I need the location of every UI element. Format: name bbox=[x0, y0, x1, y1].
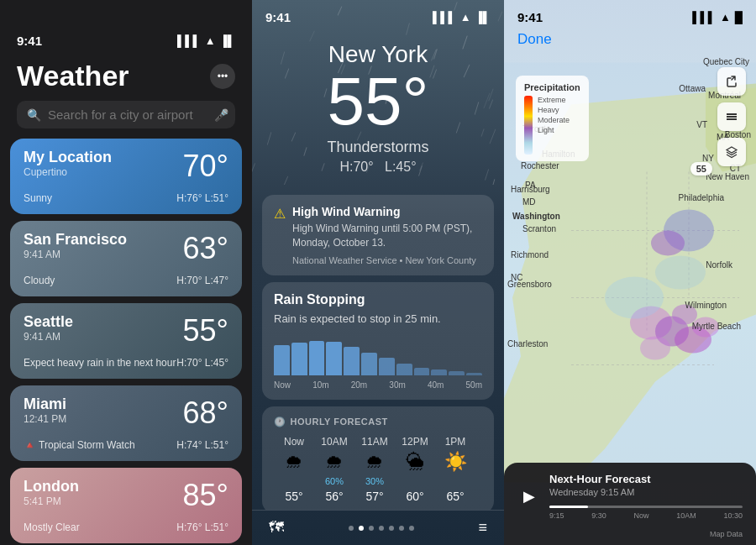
city-label-wilmington: Wilmington bbox=[685, 301, 727, 310]
legend-title: Precipitation bbox=[524, 82, 580, 92]
detail-status-time: 9:41 bbox=[265, 10, 291, 24]
mic-icon[interactable]: 🎤 bbox=[214, 108, 228, 122]
share-tool-btn[interactable] bbox=[717, 67, 746, 96]
layers-tool-btn[interactable] bbox=[717, 138, 746, 166]
hour-temp: 60° bbox=[406, 490, 423, 503]
city-label-rochester: Rochester bbox=[521, 161, 559, 170]
page-dot-6[interactable] bbox=[409, 526, 414, 531]
rain-label-10m: 10m bbox=[312, 380, 328, 390]
detail-hero: New York 55° Thunderstorms H:70° L:45° bbox=[252, 24, 504, 188]
layers-icon bbox=[725, 110, 738, 123]
card-city: San Francisco bbox=[24, 231, 127, 249]
card-condition-wrap: 🔺 Tropical Storm Watch bbox=[24, 439, 135, 451]
timeline-label-10AM: 10AM bbox=[676, 511, 696, 520]
page-dot-2[interactable] bbox=[369, 526, 374, 531]
svg-point-15 bbox=[655, 256, 706, 290]
page-dot-1[interactable] bbox=[359, 526, 364, 531]
rain-bar-7 bbox=[396, 364, 412, 375]
svg-rect-18 bbox=[727, 118, 737, 120]
detail-low: L:45° bbox=[385, 160, 417, 174]
timeline-container: Next-Hour Forecast Wednesday 9:15 AM 9:1… bbox=[549, 473, 743, 520]
page-dot-4[interactable] bbox=[389, 526, 394, 531]
weather-card-san-francisco[interactable]: San Francisco 9:41 AM 63° Cloudy H:70° L… bbox=[10, 221, 242, 296]
city-label-richmond: Richmond bbox=[511, 250, 549, 259]
rain-stop-text: Rain is expected to stop in 25 min. bbox=[274, 312, 482, 325]
city-label-scranton: Scranton bbox=[522, 224, 556, 233]
list-tool-btn[interactable] bbox=[717, 102, 746, 131]
rain-label-30m: 30m bbox=[389, 380, 405, 390]
rain-label-40m: 40m bbox=[428, 380, 444, 390]
weather-card-miami[interactable]: Miami 12:41 PM 68° 🔺 Tropical Storm Watc… bbox=[10, 385, 242, 461]
weather-card-seattle[interactable]: Seattle 9:41 AM 55° Expect heavy rain in… bbox=[10, 303, 242, 379]
card-condition-wrap: Mostly Clear bbox=[24, 521, 80, 533]
weather-map-panel: Quebec City Ottawa Montréal Toronto VT M… bbox=[504, 0, 756, 545]
card-top: Seattle 9:41 AM 55° bbox=[24, 313, 228, 348]
hourly-title: 🕐 HOURLY FORECAST bbox=[274, 417, 482, 427]
weather-cards-list: My Location Cupertino 70° Sunny H:76° L:… bbox=[0, 135, 252, 545]
warning-card: ⚠ High Wind Warning High Wind Warning un… bbox=[262, 195, 494, 275]
rain-chart bbox=[274, 333, 482, 375]
weather-card-london[interactable]: London 5:41 PM 85° Mostly Clear H:76° L:… bbox=[10, 468, 242, 543]
timeline-label-9:15: 9:15 bbox=[549, 511, 564, 520]
card-city: London bbox=[24, 478, 79, 495]
svg-rect-16 bbox=[727, 113, 737, 115]
card-condition: Sunny bbox=[24, 192, 52, 204]
city-label-ottawa: Ottawa bbox=[679, 84, 706, 93]
hour-precip: 60% bbox=[325, 476, 344, 486]
warning-title: High Wind Warning bbox=[292, 205, 482, 218]
search-bar[interactable]: 🔍 🎤 bbox=[17, 101, 235, 128]
card-top: San Francisco 9:41 AM 63° bbox=[24, 231, 228, 266]
play-button[interactable]: ▶ bbox=[517, 485, 541, 508]
rain-bar-8 bbox=[414, 368, 430, 375]
card-top: London 5:41 PM 85° bbox=[24, 478, 228, 513]
card-hl: H:74° L:51° bbox=[176, 439, 228, 451]
timeline-bar[interactable] bbox=[549, 506, 743, 508]
hour-item-11AM: 11AM 🌧 30% 57° bbox=[354, 436, 395, 503]
precipitation-legend: Precipitation Extreme Heavy Moderate Lig… bbox=[516, 76, 589, 161]
next-hour-title: Next-Hour Forecast bbox=[549, 473, 743, 485]
rain-bar-3 bbox=[326, 342, 342, 375]
detail-signal-icon: ▌▌▌ bbox=[433, 11, 456, 24]
list-toolbar-btn[interactable]: ≡ bbox=[478, 519, 487, 537]
map-signal-icon: ▌▌▌ bbox=[692, 11, 716, 24]
bottom-toolbar: 🗺 ≡ bbox=[252, 510, 504, 545]
page-dot-3[interactable] bbox=[379, 526, 384, 531]
search-input[interactable] bbox=[48, 107, 207, 122]
app-title: Weather bbox=[17, 60, 129, 92]
weather-card-my-location[interactable]: My Location Cupertino 70° Sunny H:76° L:… bbox=[10, 139, 242, 214]
hourly-forecast-card: 🕐 HOURLY FORECAST Now 🌧 -- 55° 10AM 🌧 60… bbox=[262, 406, 494, 510]
card-left: San Francisco 9:41 AM bbox=[24, 231, 127, 260]
hourly-scroll[interactable]: Now 🌧 -- 55° 10AM 🌧 60% 56° 11AM 🌧 30% 5… bbox=[274, 436, 482, 503]
card-left: My Location Cupertino bbox=[24, 149, 112, 178]
play-icon: ▶ bbox=[523, 487, 535, 506]
next-hour-subtitle: Wednesday 9:15 AM bbox=[549, 487, 743, 497]
stack-icon bbox=[725, 145, 738, 159]
card-condition: Expect heavy rain in the next hour bbox=[24, 357, 176, 369]
legend-label-extreme: Extreme bbox=[538, 96, 570, 104]
hour-label: 12PM bbox=[402, 436, 428, 448]
page-dot-0[interactable] bbox=[349, 526, 354, 531]
card-bottom: Sunny H:76° L:51° bbox=[24, 189, 228, 204]
card-city: Seattle bbox=[24, 313, 73, 331]
card-bottom: Mostly Clear H:76° L:51° bbox=[24, 518, 228, 533]
map-toolbar-btn[interactable]: 🗺 bbox=[269, 519, 284, 537]
hour-label: 11AM bbox=[361, 436, 387, 448]
svg-point-11 bbox=[640, 337, 670, 360]
hour-item-2PM: 2PM ☀️ -- 70° bbox=[475, 436, 482, 503]
status-icons: ▌▌▌ ▲ ▐▌ bbox=[177, 34, 235, 47]
map-status-bar: 9:41 ▌▌▌ ▲ █ bbox=[504, 0, 756, 24]
card-left: Seattle 9:41 AM bbox=[24, 313, 73, 343]
rain-bar-11 bbox=[466, 373, 482, 375]
map-tool-icons bbox=[717, 67, 746, 166]
warning-text: High Wind Warning until 5:00 PM (PST), M… bbox=[292, 222, 482, 250]
more-button[interactable]: ••• bbox=[210, 64, 235, 89]
card-hl: H:76° L:51° bbox=[176, 192, 228, 204]
map-done-button[interactable]: Done bbox=[517, 31, 552, 48]
card-condition: 🔺 Tropical Storm Watch bbox=[24, 439, 135, 451]
hour-precip: 30% bbox=[365, 476, 384, 486]
legend-label-moderate: Moderate bbox=[538, 116, 570, 124]
timeline-labels: 9:159:30Now10AM10:30 bbox=[549, 511, 743, 520]
page-dot-5[interactable] bbox=[399, 526, 404, 531]
weather-detail-panel: 9:41 ▌▌▌ ▲ ▐▌ New York 55° Thunderstorms… bbox=[252, 0, 504, 545]
timeline-label-Now: Now bbox=[634, 511, 649, 520]
